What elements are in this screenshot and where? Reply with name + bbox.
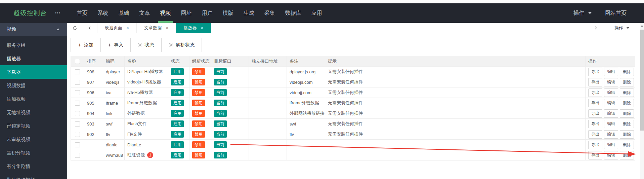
tabs-scroll-right-button[interactable] <box>587 23 604 33</box>
row-checkbox[interactable] <box>75 101 80 106</box>
export-button[interactable]: 导出 <box>588 130 602 139</box>
topnav-item[interactable]: 应用 <box>306 3 327 23</box>
api-cell <box>249 119 287 129</box>
api-cell <box>249 140 287 150</box>
delete-button[interactable]: 删除 <box>620 78 634 86</box>
scrollbar-thumb[interactable] <box>640 30 644 131</box>
delete-button[interactable]: 删除 <box>620 151 634 159</box>
delete-button[interactable]: 删除 <box>620 99 634 107</box>
edit-button[interactable]: 编辑 <box>604 130 618 139</box>
tab-close-icon[interactable]: × <box>201 26 203 30</box>
sidebar-item[interactable]: 有分集剧情 <box>0 159 67 173</box>
tip-cell: 无需安装任何插件 <box>325 108 586 119</box>
edit-button[interactable]: 编辑 <box>604 120 618 128</box>
tab[interactable]: 欢迎页面× <box>97 23 137 33</box>
name-cell: 旺旺资源1 <box>125 150 168 160</box>
edit-button[interactable]: 编辑 <box>604 151 618 159</box>
topnav-item[interactable]: 文章 <box>134 3 155 23</box>
vertical-scrollbar[interactable] <box>640 23 644 179</box>
note-cell: swf <box>287 119 325 129</box>
topnav-item[interactable]: 模版 <box>218 3 239 23</box>
topnav-item[interactable]: 基础 <box>114 3 134 23</box>
delete-button[interactable]: 删除 <box>620 68 634 76</box>
toolbar-button[interactable]: 解析状态 <box>161 38 202 52</box>
topbar-action-dropdown[interactable]: 操作 <box>573 10 592 17</box>
export-button[interactable]: 导出 <box>588 88 602 97</box>
code-cell: flv <box>103 129 125 140</box>
sidebar-menu: 服务器组播放器下载器视频数据添加视频无地址视频已锁定视频未审核视频需积分视频有分… <box>0 36 67 179</box>
edit-button[interactable]: 编辑 <box>604 88 618 97</box>
row-checkbox[interactable] <box>75 111 80 116</box>
row-checkbox[interactable] <box>75 142 80 147</box>
row-checkbox[interactable] <box>75 69 80 74</box>
export-button[interactable]: 导出 <box>588 99 602 107</box>
select-all-checkbox[interactable] <box>75 59 80 64</box>
export-button[interactable]: 导出 <box>588 109 602 118</box>
topnav-item[interactable]: 生成 <box>239 3 259 23</box>
more-menu-icon[interactable]: ••• <box>55 11 60 15</box>
tab[interactable]: 播放器× <box>176 23 211 33</box>
sidebar-item[interactable]: 播放器 <box>0 52 67 65</box>
tab[interactable]: 文章数据× <box>137 23 176 33</box>
topnav-item[interactable]: 视频 <box>155 3 176 23</box>
tab-label: 欢迎页面 <box>105 25 122 31</box>
export-button[interactable]: 导出 <box>588 120 602 128</box>
row-checkbox[interactable] <box>75 80 80 85</box>
target-cell: 当前 <box>211 87 249 98</box>
topnav-item[interactable]: 网址 <box>176 3 197 23</box>
sidebar-item[interactable]: 添加视频 <box>0 92 67 106</box>
sort-cell <box>84 150 103 160</box>
sidebar-item[interactable]: 服务器组 <box>0 38 67 52</box>
topnav-item[interactable]: 系统 <box>93 3 114 23</box>
player-name: iframe外链数据 <box>127 100 157 105</box>
row-checkbox[interactable] <box>75 90 80 95</box>
export-button[interactable]: 导出 <box>588 151 602 159</box>
toolbar-button[interactable]: +导入 <box>100 38 131 52</box>
delete-button[interactable]: 删除 <box>620 130 634 139</box>
edit-button[interactable]: 编辑 <box>604 109 618 118</box>
actions-cell: 导出编辑删除 <box>586 67 635 77</box>
sidebar-item[interactable]: 视频数据 <box>0 79 67 92</box>
export-button[interactable]: 导出 <box>588 68 602 76</box>
sidebar-item[interactable]: 未审核视频 <box>0 133 67 146</box>
delete-button[interactable]: 删除 <box>620 141 634 149</box>
refresh-button[interactable] <box>67 23 82 33</box>
name-cell: 外链数据 <box>125 108 168 119</box>
sidebar-item[interactable]: 需积分视频 <box>0 146 67 159</box>
delete-button[interactable]: 删除 <box>620 120 634 128</box>
sidebar-section-header[interactable]: 视频 <box>0 23 67 36</box>
sidebar-item[interactable]: 无地址视频 <box>0 106 67 119</box>
tabs-scroll-left-button[interactable] <box>82 23 97 33</box>
sidebar-item[interactable]: 批量操作视频 <box>0 173 67 179</box>
toolbar-button-label: 状态 <box>145 42 154 48</box>
tab-close-icon[interactable]: × <box>166 26 168 30</box>
row-checkbox[interactable] <box>75 153 80 158</box>
edit-button[interactable]: 编辑 <box>604 141 618 149</box>
checkbox-cell <box>71 98 84 108</box>
export-button[interactable]: 导出 <box>588 141 602 149</box>
scrollbar-up-arrow-icon[interactable] <box>641 25 643 27</box>
status-badge: 启用 <box>171 120 184 127</box>
status-cell: 启用 <box>168 129 189 140</box>
edit-button[interactable]: 编辑 <box>604 68 618 76</box>
tab-close-icon[interactable]: × <box>126 26 129 30</box>
topnav-item[interactable]: 用户 <box>197 3 218 23</box>
delete-button[interactable]: 删除 <box>620 88 634 97</box>
edit-button[interactable]: 编辑 <box>604 78 618 86</box>
topnav-item[interactable]: 首页 <box>72 3 93 23</box>
toolbar-button[interactable]: 状态 <box>130 38 162 52</box>
toolbar-button[interactable]: +添加 <box>71 38 101 52</box>
export-button[interactable]: 导出 <box>588 78 602 86</box>
edit-button[interactable]: 编辑 <box>604 99 618 107</box>
row-checkbox[interactable] <box>75 121 80 127</box>
status-cell: 启用 <box>168 87 189 98</box>
row-checkbox[interactable] <box>75 132 80 137</box>
topnav-item[interactable]: 采集 <box>259 3 280 23</box>
site-home-link[interactable]: 网站首页 <box>605 10 627 17</box>
brand-logo[interactable]: 超级控制台 <box>13 9 47 17</box>
sidebar-item[interactable]: 已锁定视频 <box>0 119 67 133</box>
sidebar-item[interactable]: 下载器 <box>0 65 67 79</box>
delete-button[interactable]: 删除 <box>620 109 634 118</box>
topnav-item[interactable]: 数据库 <box>280 3 306 23</box>
tab-actions-dropdown[interactable]: 操作 <box>604 23 640 33</box>
